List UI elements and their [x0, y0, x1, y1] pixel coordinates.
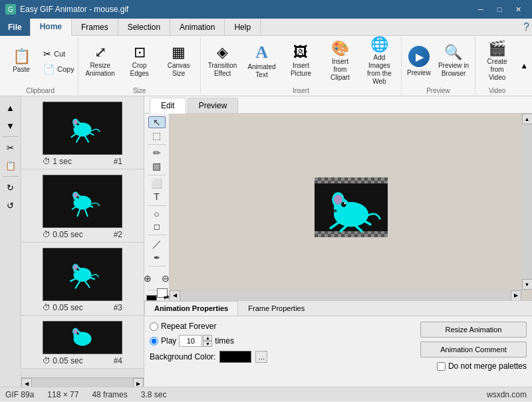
frame-item[interactable]: ⏱ 1 sec #1 [21, 96, 144, 169]
animated-text-button[interactable]: A Animated Text [243, 38, 281, 86]
color-pick-tool[interactable]: ✒ [148, 252, 166, 263]
svg-point-41 [76, 332, 79, 335]
fg-color-box[interactable] [146, 295, 157, 300]
animation-comment-btn[interactable]: Animation Comment [420, 342, 527, 357]
rotate-ccw-tool[interactable]: ↺ [2, 197, 19, 214]
play-times-spinner[interactable]: ▲ ▼ [203, 335, 212, 347]
frame-3-number: #3 [114, 303, 122, 312]
frame-item[interactable]: ⏱ 0.05 sec #4 [21, 316, 144, 369]
crop-edges-button[interactable]: ⊡ Crop Edges [120, 38, 158, 86]
color-selector[interactable]: ⇄ [146, 295, 168, 298]
preview-label-group: Preview [404, 87, 472, 94]
svg-point-50 [332, 209, 336, 212]
transition-button[interactable]: ◈ Transition Effect [203, 38, 241, 86]
paste-button[interactable]: 📋 Paste [5, 38, 37, 86]
frame-item[interactable]: ⏱ 0.05 sec #3 [21, 243, 144, 316]
fill-tool[interactable]: ▧ [148, 160, 166, 172]
scroll-track-h [32, 378, 133, 387]
copy-frame-tool[interactable]: 📋 [2, 157, 19, 174]
select-tool[interactable]: ↖ [148, 116, 166, 128]
svg-point-49 [344, 202, 346, 204]
cut-button[interactable]: ✂ Cut [39, 47, 79, 61]
help-icon[interactable]: ? [521, 19, 532, 35]
resize-animation-button[interactable]: ⤢ Resize Animation [81, 38, 119, 86]
close-button[interactable]: ✕ [509, 3, 527, 16]
vscroll-down-btn[interactable]: ▼ [522, 279, 533, 290]
zoom-in-tool[interactable]: ⊕ [144, 270, 156, 287]
rect-tool[interactable]: ⬜ [148, 177, 166, 189]
hscroll-right-btn[interactable]: ▶ [511, 290, 521, 301]
copy-button[interactable]: 📄 Copy [39, 62, 79, 76]
line-tool[interactable]: ／ [148, 238, 166, 251]
prop-tab-animation[interactable]: Animation Properties [144, 301, 238, 316]
marquee-tool[interactable]: ⬚ [148, 130, 166, 142]
play-times-input[interactable] [179, 335, 202, 347]
tab-selection[interactable]: Selection [118, 19, 170, 36]
main-area: ▲ ▼ ✂ 📋 ↻ ↺ [0, 96, 532, 387]
preview-button[interactable]: ▶ Preview [404, 38, 434, 86]
frames-list[interactable]: ⏱ 1 sec #1 [21, 96, 144, 377]
status-frames: 48 frames [92, 390, 127, 399]
tab-home[interactable]: Home [31, 19, 72, 36]
tab-frames[interactable]: Frames [72, 19, 118, 36]
canvas-section: ↖ ⬚ ✏ ▧ ⬜ T ○ ◻ ／ ✒ ⊕ ⊖ [144, 114, 532, 300]
paint-tool[interactable]: ✏ [148, 147, 166, 159]
play-radio[interactable] [150, 337, 158, 346]
resize-animation-prop-btn[interactable]: Resize Animation [420, 322, 527, 338]
copy-icon: 📄 [43, 64, 55, 74]
size-label: Size [81, 87, 198, 94]
times-down-btn[interactable]: ▼ [203, 341, 212, 347]
add-images-web-button[interactable]: 🌐 Add Images from the Web [360, 38, 398, 86]
tab-preview[interactable]: Preview [188, 98, 239, 113]
frame-2-info: ⏱ 0.05 sec #2 [43, 230, 122, 239]
move-up-tool[interactable]: ▲ [2, 99, 19, 116]
ribbon-collapse[interactable]: ▲ [519, 37, 529, 94]
hscroll-left-btn[interactable]: ◀ [170, 290, 180, 301]
rotate-cw-tool[interactable]: ↻ [2, 179, 19, 196]
frame-item[interactable]: ⏱ 0.05 sec #2 [21, 169, 144, 243]
merge-palettes-checkbox[interactable] [437, 362, 446, 371]
bg-color-swatch[interactable] [219, 351, 251, 363]
size-items: ⤢ Resize Animation ⊡ Crop Edges ▦ Canvas… [81, 37, 198, 86]
frame-thumb-2 [43, 175, 122, 228]
scroll-left-btn[interactable]: ◀ [21, 378, 32, 387]
canvas-scrollbar-vertical[interactable]: ▲ ▼ [521, 114, 532, 290]
swap-colors[interactable]: ⇄ [164, 294, 169, 300]
frame-4-number: #4 [114, 356, 122, 365]
create-video-button[interactable]: 🎬 Create from Video [478, 38, 516, 86]
repeat-forever-radio[interactable] [150, 322, 158, 331]
canvas-scrollbar-horizontal[interactable]: ◀ ▶ [170, 290, 521, 300]
eraser-tool[interactable]: ◻ [148, 221, 166, 232]
preview-browser-button[interactable]: 🔍 Preview in Browser [435, 38, 472, 86]
tab-animation[interactable]: Animation [170, 19, 225, 36]
resize-icon: ⤢ [94, 45, 106, 60]
maximize-button[interactable]: □ [491, 3, 508, 16]
tab-help[interactable]: Help [225, 19, 261, 36]
app-icon: G [5, 4, 16, 15]
insert-label: Insert [203, 87, 398, 94]
scroll-right-btn[interactable]: ▶ [133, 378, 144, 387]
frames-scrollbar-h[interactable]: ◀ ▶ [21, 377, 144, 387]
prop-tab-frame[interactable]: Frame Properties [238, 301, 315, 316]
merge-palettes-row: Do not merge palettes [437, 361, 527, 371]
edit-preview-tabbar: Edit Preview [144, 96, 532, 114]
times-up-btn[interactable]: ▲ [203, 335, 212, 341]
tab-file[interactable]: File [0, 19, 31, 36]
insert-clipart-button[interactable]: 🎨 Insert from Clipart [321, 38, 359, 86]
canvas-size-button[interactable]: ▦ Canvas Size [160, 38, 198, 86]
bg-color-btn[interactable]: … [255, 351, 267, 363]
minimize-button[interactable]: ─ [472, 3, 489, 16]
vscroll-up-btn[interactable]: ▲ [522, 114, 533, 124]
frame-thumb-4 [43, 321, 122, 354]
insert-picture-button[interactable]: 🖼 Insert Picture [282, 38, 320, 86]
text-tool[interactable]: T [148, 191, 166, 203]
ellipse-tool[interactable]: ○ [148, 208, 166, 220]
play-label: Play [161, 336, 176, 346]
clipart-label: Insert from Clipart [325, 58, 356, 82]
move-down-tool[interactable]: ▼ [2, 117, 19, 134]
play-times-control: ▲ ▼ [179, 335, 212, 347]
canvas-gif-display [315, 177, 388, 237]
tab-edit[interactable]: Edit [150, 98, 186, 114]
cut-frame-tool[interactable]: ✂ [2, 139, 19, 156]
status-website: wsxdn.com [487, 390, 527, 399]
